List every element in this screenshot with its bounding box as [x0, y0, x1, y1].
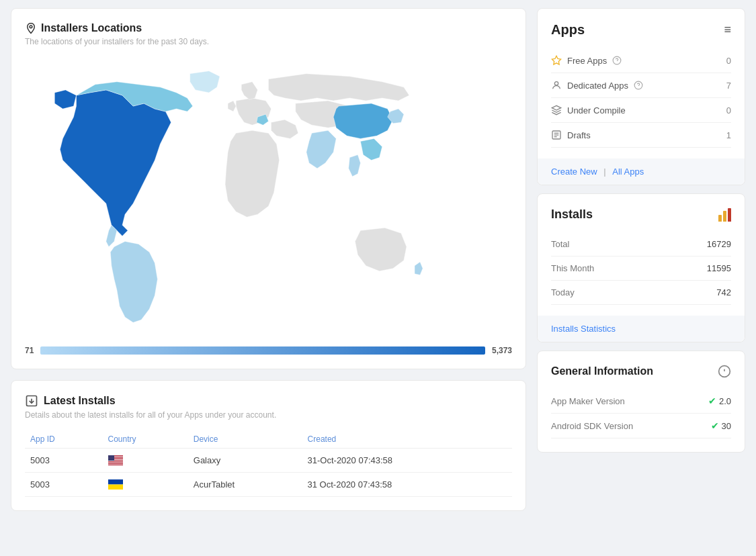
installs-total-row: Total 16729	[551, 232, 731, 257]
menu-icon[interactable]: ≡	[724, 23, 731, 37]
download-icon	[25, 394, 38, 408]
device-cell: Galaxy	[188, 449, 302, 473]
table-row: 5003	[25, 449, 512, 473]
map-legend: 71 5,373	[25, 346, 512, 355]
info-icon	[718, 365, 731, 378]
drafts-row: Drafts 1	[551, 123, 731, 148]
svg-rect-17	[108, 479, 123, 485]
device-cell: AcurTablet	[188, 473, 302, 497]
flag-other	[108, 479, 123, 490]
svg-rect-12	[108, 462, 123, 463]
installs-table: App ID Country Device Created 5003	[25, 430, 512, 497]
svg-rect-18	[108, 485, 123, 490]
drafts-count: 1	[726, 130, 731, 140]
map-legend-min: 71	[25, 346, 34, 355]
drafts-label: Drafts	[567, 130, 591, 140]
col-country: Country	[103, 430, 188, 449]
apps-actions: Create New | All Apps	[538, 158, 745, 185]
map-subtitle: The locations of your installers for the…	[25, 37, 512, 46]
apps-title: Apps	[551, 22, 585, 38]
free-apps-row: Free Apps 0	[551, 48, 731, 73]
svg-rect-13	[108, 463, 123, 464]
svg-point-0	[30, 26, 32, 28]
person-icon	[551, 80, 562, 91]
app-maker-value: ✔ 2.0	[708, 396, 731, 406]
latest-installs-title: Latest Installs	[25, 394, 512, 408]
flag-us	[108, 455, 123, 465]
map-container	[25, 57, 512, 339]
installs-today-row: Today 742	[551, 281, 731, 305]
table-row: 5003 AcurTablet 31 Oct-2020 07:43:58	[25, 473, 512, 497]
map-title: Installers Locations	[25, 22, 512, 34]
col-created: Created	[302, 430, 512, 449]
today-value: 742	[716, 287, 731, 297]
check-icon-maker: ✔	[708, 396, 716, 406]
svg-marker-19	[552, 56, 560, 64]
country-cell	[103, 449, 188, 473]
apps-card: Apps ≡ Free Apps 0	[537, 8, 745, 185]
apps-header: Apps ≡	[551, 22, 731, 38]
all-apps-link[interactable]: All Apps	[612, 167, 644, 177]
installs-month-row: This Month 11595	[551, 257, 731, 281]
installs-title: Installs	[551, 207, 593, 222]
under-compile-row: Under Compile 0	[551, 98, 731, 123]
chart-icon	[718, 208, 731, 222]
svg-rect-14	[108, 464, 123, 465]
android-sdk-row: Android SDK Version ✔ 30	[551, 414, 731, 438]
app-id-cell: 5003	[25, 449, 103, 473]
svg-point-22	[554, 82, 558, 85]
latest-installs-subtitle: Details about the latest installs for al…	[25, 410, 512, 420]
general-info-card: General Information App Maker Version ✔ …	[537, 351, 745, 453]
installs-actions: Installs Statistics	[538, 316, 745, 342]
installs-header: Installs	[551, 207, 731, 222]
month-label: This Month	[551, 263, 594, 273]
create-new-link[interactable]: Create New	[551, 167, 597, 177]
total-value: 16729	[707, 239, 731, 249]
free-apps-label: Free Apps	[567, 56, 607, 66]
map-legend-max: 5,373	[492, 346, 512, 355]
edit-icon	[551, 130, 562, 140]
col-device: Device	[188, 430, 302, 449]
android-sdk-label: Android SDK Version	[551, 421, 633, 431]
help-icon-free	[612, 56, 622, 65]
installs-card: Installs Total 16729 This Month 11595 To…	[537, 193, 745, 342]
android-sdk-value: ✔ 30	[711, 420, 731, 431]
col-app-id: App ID	[25, 430, 103, 449]
svg-marker-25	[552, 105, 560, 110]
created-cell: 31 Oct-2020 07:43:58	[302, 473, 512, 497]
svg-rect-10	[108, 461, 123, 461]
map-card: Installers Locations The locations of yo…	[11, 8, 526, 369]
app-maker-label: App Maker Version	[551, 396, 625, 406]
total-label: Total	[551, 239, 569, 249]
check-icon-sdk: ✔	[711, 420, 719, 431]
general-info-title: General Information	[551, 365, 653, 377]
world-map-svg	[25, 57, 512, 339]
layers-icon	[551, 105, 562, 115]
help-icon-dedicated	[634, 81, 643, 90]
created-cell: 31-Oct-2020 07:43:58	[302, 449, 512, 473]
svg-rect-16	[108, 455, 114, 461]
general-info-header: General Information	[551, 365, 731, 378]
dedicated-apps-row: Dedicated Apps 7	[551, 73, 731, 98]
app-id-cell: 5003	[25, 473, 103, 497]
installs-statistics-link[interactable]: Installs Statistics	[551, 324, 616, 334]
app-maker-version-row: App Maker Version ✔ 2.0	[551, 389, 731, 414]
month-value: 11595	[707, 263, 731, 273]
dedicated-apps-label: Dedicated Apps	[567, 81, 628, 91]
location-icon	[25, 22, 37, 34]
under-compile-label: Under Compile	[567, 105, 626, 115]
svg-rect-15	[108, 465, 123, 465]
country-cell	[103, 473, 188, 497]
star-icon	[551, 55, 562, 66]
under-compile-count: 0	[726, 105, 731, 115]
separator: |	[603, 167, 605, 177]
svg-rect-11	[108, 461, 123, 462]
map-legend-bar	[40, 346, 485, 355]
dedicated-apps-count: 7	[726, 81, 731, 91]
today-label: Today	[551, 287, 575, 297]
free-apps-count: 0	[726, 56, 731, 66]
latest-installs-card: Latest Installs Details about the latest…	[11, 380, 526, 511]
